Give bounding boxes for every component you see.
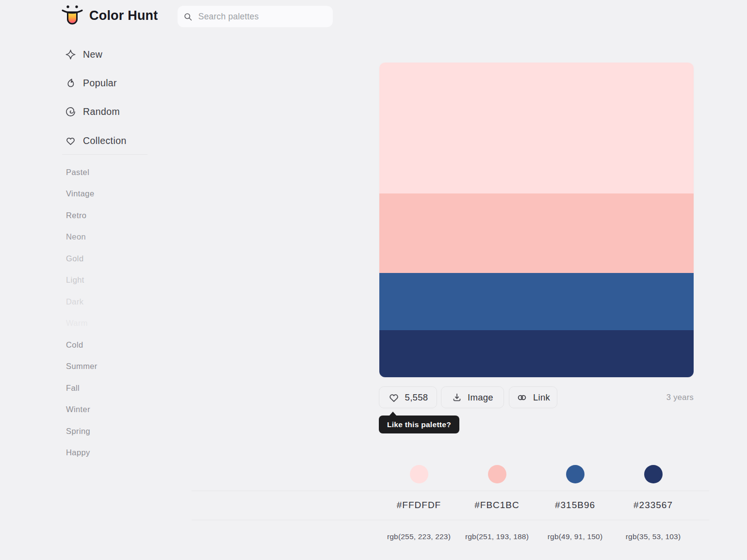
rgb-value[interactable]: rgb(255, 223, 223) xyxy=(380,532,458,541)
tag-label: Light xyxy=(66,275,84,285)
search-input[interactable] xyxy=(198,12,327,22)
sidebar-tag-pastel[interactable]: Pastel xyxy=(66,165,89,179)
like-count: 5,558 xyxy=(405,392,428,403)
sidebar-tag-spring[interactable]: Spring xyxy=(66,424,90,438)
image-button[interactable]: Image xyxy=(441,386,504,408)
heart-icon xyxy=(65,135,76,146)
swatch-circle[interactable] xyxy=(566,465,585,483)
palette-band-3[interactable] xyxy=(379,273,694,330)
link-button-label: Link xyxy=(533,392,550,403)
swatch-circle[interactable] xyxy=(488,465,506,483)
sidebar-tag-vintage[interactable]: Vintage xyxy=(66,186,94,201)
image-button-label: Image xyxy=(468,392,493,403)
like-button[interactable]: 5,558 xyxy=(379,386,437,408)
tag-label: Warm xyxy=(66,319,88,328)
search-icon xyxy=(183,12,193,22)
palette-age: 3 years xyxy=(597,393,694,402)
sidebar-item-new[interactable]: New xyxy=(65,44,102,65)
tag-label: Fall xyxy=(66,384,80,393)
heart-icon xyxy=(388,392,400,403)
download-icon xyxy=(452,392,462,403)
palette-band-2[interactable] xyxy=(379,193,694,273)
hex-value[interactable]: #233567 xyxy=(614,500,692,511)
palette-band-4[interactable] xyxy=(379,330,694,377)
flame-icon xyxy=(65,78,76,89)
tag-label: Dark xyxy=(66,297,83,306)
tag-label: Neon xyxy=(66,232,86,241)
sidebar-tag-happy[interactable]: Happy xyxy=(66,445,90,460)
tag-label: Summer xyxy=(66,362,97,371)
table-divider xyxy=(192,520,709,520)
logo[interactable]: Color Hunt xyxy=(61,4,158,27)
link-button[interactable]: Link xyxy=(509,386,557,408)
sparkle-icon xyxy=(65,49,76,60)
sidebar-tag-warm[interactable]: Warm xyxy=(66,316,88,330)
like-tooltip: Like this palette? xyxy=(379,416,459,433)
sidebar-divider xyxy=(62,154,147,155)
sidebar-tag-fall[interactable]: Fall xyxy=(66,381,80,395)
tag-label: Retro xyxy=(66,211,86,220)
palette-band-1[interactable] xyxy=(379,63,694,193)
spiral-icon xyxy=(65,106,76,117)
brand-title: Color Hunt xyxy=(89,8,158,23)
tag-label: Vintage xyxy=(66,189,94,198)
tag-label: Spring xyxy=(66,427,90,436)
sidebar-tag-gold[interactable]: Gold xyxy=(66,251,83,266)
color-hunt-logo-icon xyxy=(61,4,83,27)
table-divider xyxy=(192,491,709,491)
swatch-circle[interactable] xyxy=(644,465,663,483)
hex-value[interactable]: #FBC1BC xyxy=(458,500,536,511)
sidebar-item-random[interactable]: Random xyxy=(65,101,120,122)
link-icon xyxy=(516,392,528,403)
like-tooltip-text: Like this palette? xyxy=(387,420,451,429)
tag-label: Happy xyxy=(66,448,90,457)
sidebar-tag-retro[interactable]: Retro xyxy=(66,208,86,223)
hex-value[interactable]: #FFDFDF xyxy=(380,500,458,511)
tag-label: Gold xyxy=(66,254,83,263)
sidebar-tag-neon[interactable]: Neon xyxy=(66,229,86,244)
sidebar-item-label: New xyxy=(83,49,102,60)
sidebar-tag-winter[interactable]: Winter xyxy=(66,402,90,416)
sidebar-item-collection[interactable]: Collection xyxy=(65,130,127,151)
sidebar-tag-cold[interactable]: Cold xyxy=(66,337,83,352)
swatch-circle[interactable] xyxy=(410,465,428,483)
rgb-value[interactable]: rgb(49, 91, 150) xyxy=(536,532,614,541)
hex-value[interactable]: #315B96 xyxy=(536,500,614,511)
sidebar-tag-light[interactable]: Light xyxy=(66,272,84,287)
tag-label: Cold xyxy=(66,340,83,350)
sidebar-tag-summer[interactable]: Summer xyxy=(66,359,97,373)
rgb-value[interactable]: rgb(35, 53, 103) xyxy=(614,532,692,541)
palette-preview[interactable] xyxy=(379,63,694,377)
rgb-value[interactable]: rgb(251, 193, 188) xyxy=(458,532,536,541)
sidebar-tag-dark[interactable]: Dark xyxy=(66,294,83,309)
sidebar-item-label: Popular xyxy=(83,78,117,89)
tag-label: Winter xyxy=(66,405,90,414)
search-bar[interactable] xyxy=(178,6,333,27)
sidebar-item-label: Random xyxy=(83,106,120,117)
tag-label: Pastel xyxy=(66,168,89,177)
sidebar-item-label: Collection xyxy=(83,135,127,146)
sidebar-item-popular[interactable]: Popular xyxy=(65,72,117,94)
